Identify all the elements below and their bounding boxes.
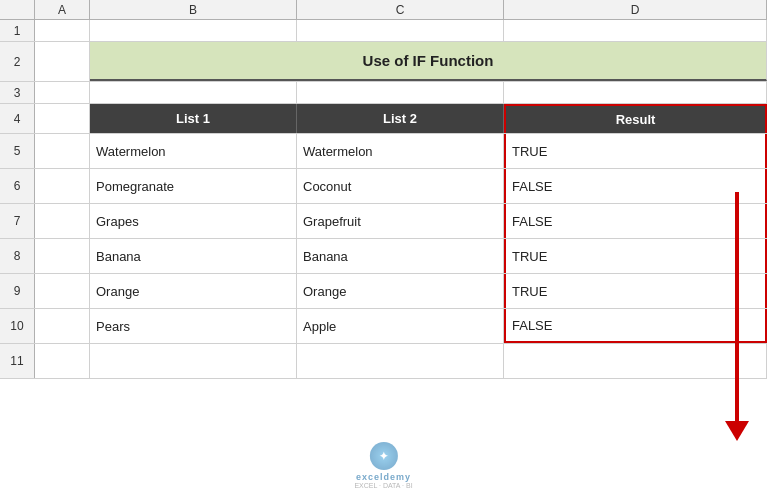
cell-b8: Banana [90,239,297,273]
cell-c5: Watermelon [297,134,504,168]
row-num-5: 5 [0,134,35,168]
cell-a11 [35,344,90,378]
row-num-8: 8 [0,239,35,273]
row-9: 9 Orange Orange TRUE [0,274,767,309]
cell-c6: Coconut [297,169,504,203]
cell-a8 [35,239,90,273]
watermark-sub: EXCEL · DATA · BI [354,482,412,489]
row-6: 6 Pomegranate Coconut FALSE [0,169,767,204]
column-header-row: A B C D [0,0,767,20]
arrow-head [725,421,749,441]
arrow-line [735,192,739,421]
corner-cell [0,0,35,19]
row-3: 3 [0,82,767,104]
row-1: 1 [0,20,767,42]
cell-b6: Pomegranate [90,169,297,203]
cell-a10 [35,309,90,343]
header-result: Result [504,104,767,133]
rows-area: 1 2 Use of IF Function 3 4 List 1 List 2 [0,20,767,501]
row-4-headers: 4 List 1 List 2 Result [0,104,767,134]
title-cell: Use of IF Function [90,42,767,81]
row-num-2: 2 [0,42,35,81]
row-num-7: 7 [0,204,35,238]
col-header-c: C [297,0,504,19]
cell-a2 [35,42,90,81]
cell-b3 [90,82,297,103]
watermark-text: exceldemy [356,472,411,482]
cell-a9 [35,274,90,308]
cell-b10: Pears [90,309,297,343]
row-num-11: 11 [0,344,35,378]
row-num-4: 4 [0,104,35,133]
cell-b1 [90,20,297,41]
cell-a5 [35,134,90,168]
cell-c11 [297,344,504,378]
cell-a6 [35,169,90,203]
row-num-6: 6 [0,169,35,203]
cell-c7: Grapefruit [297,204,504,238]
row-11: 11 [0,344,767,379]
cell-a7 [35,204,90,238]
row-num-10: 10 [0,309,35,343]
row-2: 2 Use of IF Function [0,42,767,82]
cell-a1 [35,20,90,41]
spreadsheet: A B C D 1 2 Use of IF Function 3 [0,0,767,501]
row-10: 10 Pears Apple FALSE [0,309,767,344]
row-num-9: 9 [0,274,35,308]
header-list1: List 1 [90,104,297,133]
cell-a4 [35,104,90,133]
cell-c3 [297,82,504,103]
row-5: 5 Watermelon Watermelon TRUE [0,134,767,169]
cell-d5: TRUE [504,134,767,168]
cell-b7: Grapes [90,204,297,238]
cell-c8: Banana [297,239,504,273]
watermark: ✦ exceldemy EXCEL · DATA · BI [354,442,412,489]
cell-c1 [297,20,504,41]
row-num-3: 3 [0,82,35,103]
watermark-logo: ✦ [369,442,397,470]
col-header-a: A [35,0,90,19]
cell-b9: Orange [90,274,297,308]
red-arrow [725,192,749,441]
row-num-1: 1 [0,20,35,41]
col-header-b: B [90,0,297,19]
row-8: 8 Banana Banana TRUE [0,239,767,274]
cell-d3 [504,82,767,103]
col-header-d: D [504,0,767,19]
row-7: 7 Grapes Grapefruit FALSE [0,204,767,239]
cell-c10: Apple [297,309,504,343]
cell-b5: Watermelon [90,134,297,168]
header-list2: List 2 [297,104,504,133]
cell-a3 [35,82,90,103]
cell-b11 [90,344,297,378]
cell-d1 [504,20,767,41]
cell-c9: Orange [297,274,504,308]
